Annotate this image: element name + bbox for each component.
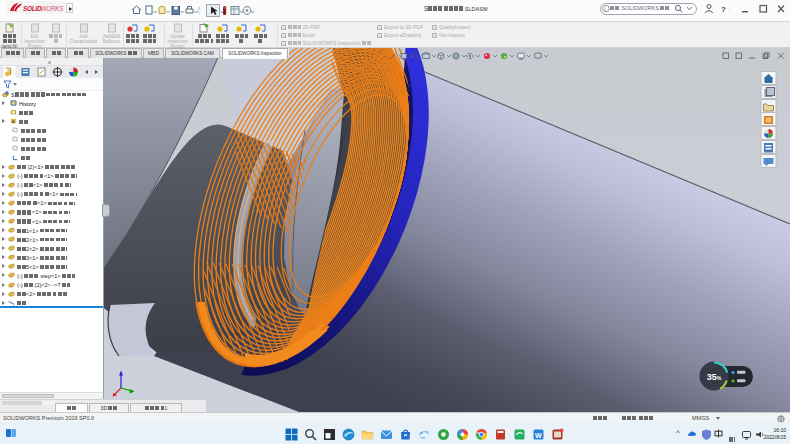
svg-text:WORKS: WORKS	[41, 5, 65, 12]
svg-text:SOLID: SOLID	[23, 5, 42, 12]
svg-text:i: i	[605, 6, 606, 12]
svg-text:?: ?	[721, 5, 726, 14]
svg-text:·: ·	[728, 6, 730, 12]
svg-text:A: A	[12, 119, 15, 124]
svg-text:W: W	[535, 432, 542, 439]
